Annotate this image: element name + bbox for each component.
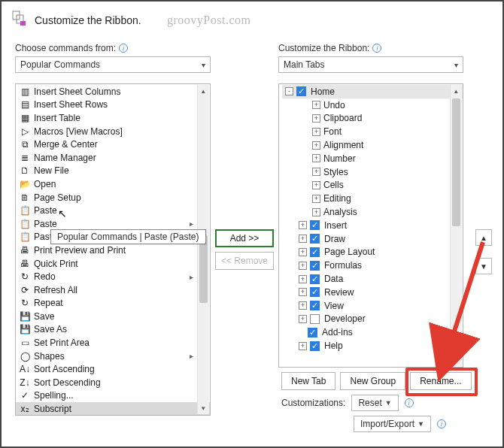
tree-item[interactable]: +Analysis bbox=[282, 205, 463, 219]
command-item[interactable]: Z↓Sort Descending bbox=[16, 376, 210, 389]
info-icon[interactable]: i bbox=[405, 398, 414, 407]
command-item[interactable]: ≣Name Manager bbox=[16, 151, 210, 165]
command-item[interactable]: ▥Insert Sheet Columns bbox=[16, 85, 210, 98]
tree-item[interactable]: +✓Draw bbox=[282, 232, 463, 246]
checkbox[interactable]: ✓ bbox=[308, 328, 317, 338]
info-icon[interactable]: i bbox=[437, 419, 446, 428]
checkbox[interactable]: ✓ bbox=[310, 220, 320, 230]
command-item[interactable]: ▭Set Print Area bbox=[16, 336, 210, 350]
command-item[interactable]: 📋Paste Special...Popular Commands | Past… bbox=[16, 231, 210, 244]
expand-icon[interactable]: + bbox=[299, 342, 307, 350]
info-icon[interactable]: i bbox=[372, 44, 381, 53]
tree-item[interactable]: +Clipboard bbox=[282, 112, 463, 126]
expand-icon[interactable]: + bbox=[312, 168, 320, 176]
tree-item[interactable]: +✓Data bbox=[282, 272, 463, 286]
choose-commands-dropdown[interactable]: Popular Commands ▾ bbox=[15, 56, 211, 73]
command-item[interactable]: ▤Insert Sheet Rows bbox=[16, 98, 210, 112]
scroll-up-icon[interactable]: ▴ bbox=[198, 85, 209, 97]
tree-item[interactable]: +✓View bbox=[282, 299, 463, 313]
tree-item[interactable]: +✓Help bbox=[282, 339, 463, 353]
expand-icon[interactable]: + bbox=[299, 221, 307, 229]
scroll-down-icon[interactable]: ▾ bbox=[198, 402, 209, 414]
expand-icon[interactable]: + bbox=[299, 248, 307, 256]
move-up-button[interactable]: ▲ bbox=[475, 229, 492, 246]
command-item[interactable]: A↓Sort Ascending bbox=[16, 362, 210, 376]
info-icon[interactable]: i bbox=[119, 44, 128, 53]
add-button[interactable]: Add >> bbox=[215, 229, 274, 247]
scroll-down-icon[interactable]: ▾ bbox=[451, 354, 462, 366]
checkbox[interactable]: ✓ bbox=[310, 287, 320, 297]
reset-button[interactable]: Reset ▼ bbox=[351, 395, 398, 411]
command-item[interactable]: ▷Macros [View Macros] bbox=[16, 125, 210, 138]
expand-icon[interactable]: + bbox=[312, 154, 320, 162]
import-export-button[interactable]: Import/Export ▼ bbox=[354, 416, 431, 432]
checkbox[interactable]: ✓ bbox=[310, 261, 320, 271]
tree-item[interactable]: +Editing bbox=[282, 192, 463, 205]
new-tab-button[interactable]: New Tab bbox=[281, 372, 335, 390]
expand-icon[interactable]: + bbox=[312, 208, 320, 216]
expand-icon[interactable]: + bbox=[312, 114, 320, 123]
command-item[interactable]: ▦Insert Table bbox=[16, 111, 210, 125]
command-item[interactable]: ✓Spelling... bbox=[16, 389, 210, 403]
expand-icon[interactable]: + bbox=[299, 262, 307, 270]
checkbox[interactable]: ✓ bbox=[310, 234, 320, 244]
command-item[interactable]: 🗋New File bbox=[16, 165, 210, 178]
expand-icon[interactable]: + bbox=[312, 128, 320, 136]
command-item[interactable]: x₂Subscript bbox=[16, 402, 210, 416]
command-item[interactable]: ↻Redo▸ bbox=[16, 270, 210, 283]
tree-item[interactable]: +Styles bbox=[282, 165, 463, 179]
checkbox[interactable]: ✓ bbox=[310, 301, 320, 310]
expand-icon[interactable]: + bbox=[312, 141, 320, 150]
tree-item[interactable]: ✓Add-ins bbox=[282, 325, 463, 339]
collapse-icon[interactable]: - bbox=[285, 87, 293, 95]
expand-icon[interactable]: + bbox=[312, 195, 320, 203]
expand-icon[interactable]: + bbox=[299, 301, 307, 310]
command-item[interactable]: 🗎Page Setup bbox=[16, 191, 210, 204]
scroll-up-icon[interactable]: ▴ bbox=[451, 85, 462, 97]
checkbox[interactable]: ✓ bbox=[310, 274, 320, 284]
tree-item[interactable]: +Font bbox=[282, 125, 463, 138]
tree-item[interactable]: +Number bbox=[282, 152, 463, 165]
expand-icon[interactable]: + bbox=[299, 235, 307, 243]
tree-item[interactable]: +✓Formulas bbox=[282, 259, 463, 272]
expand-icon[interactable]: + bbox=[299, 275, 307, 283]
command-item[interactable]: ⟳Refresh All bbox=[16, 283, 210, 297]
expand-icon[interactable]: + bbox=[312, 181, 320, 189]
ribbon-tree[interactable]: -✓Home+Undo+Clipboard+Font+Alignment+Num… bbox=[278, 83, 463, 368]
customize-ribbon-dropdown[interactable]: Main Tabs ▾ bbox=[278, 56, 463, 73]
tree-item-label: Review bbox=[324, 287, 354, 298]
tree-item[interactable]: +Cells bbox=[282, 179, 463, 192]
tree-item-label: Alignment bbox=[323, 140, 363, 150]
checkbox[interactable] bbox=[310, 314, 320, 324]
command-item[interactable]: ◯Shapes▸ bbox=[16, 350, 210, 363]
rename-button[interactable]: Rename... bbox=[410, 372, 471, 390]
expand-icon[interactable]: + bbox=[312, 101, 320, 109]
new-group-button[interactable]: New Group bbox=[340, 372, 405, 390]
scrollbar[interactable]: ▴ ▾ bbox=[197, 85, 209, 414]
command-item[interactable]: 📂Open bbox=[16, 177, 210, 191]
checkbox[interactable]: ✓ bbox=[310, 341, 320, 351]
command-item[interactable]: 📋Paste bbox=[16, 204, 210, 217]
tree-item[interactable]: -✓Home bbox=[282, 85, 463, 98]
tree-item[interactable]: +Developer bbox=[282, 313, 463, 326]
move-down-button[interactable]: ▼ bbox=[475, 258, 492, 274]
command-item[interactable]: ↻Repeat bbox=[16, 297, 210, 310]
tree-item[interactable]: +Undo bbox=[282, 98, 463, 112]
expand-icon[interactable]: + bbox=[299, 315, 307, 323]
scroll-thumb[interactable] bbox=[452, 98, 460, 226]
tree-item[interactable]: +✓Page Layout bbox=[282, 246, 463, 259]
command-item[interactable]: ⧉Merge & Center bbox=[16, 138, 210, 151]
checkbox[interactable]: ✓ bbox=[310, 247, 320, 257]
commands-listbox[interactable]: ▥Insert Sheet Columns▤Insert Sheet Rows▦… bbox=[15, 83, 211, 416]
checkbox[interactable]: ✓ bbox=[296, 86, 306, 96]
command-item[interactable]: 🖶Quick Print bbox=[16, 257, 210, 271]
command-item[interactable]: 💾Save As bbox=[16, 323, 210, 337]
tree-item[interactable]: +✓Insert bbox=[282, 219, 463, 232]
command-item[interactable]: 💾Save bbox=[16, 310, 210, 323]
tree-item[interactable]: +✓Review bbox=[282, 286, 463, 299]
command-item[interactable]: 🖶Print Preview and Print bbox=[16, 244, 210, 257]
tree-item[interactable]: +Alignment bbox=[282, 138, 463, 152]
expand-icon[interactable]: + bbox=[299, 288, 307, 296]
scroll-thumb[interactable] bbox=[199, 235, 208, 303]
scrollbar[interactable]: ▴ ▾ bbox=[450, 85, 462, 366]
